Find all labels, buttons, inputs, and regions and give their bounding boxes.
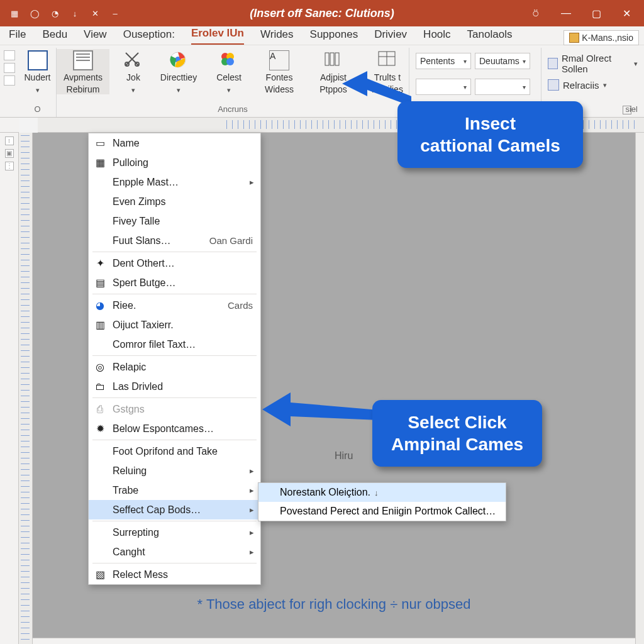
menu-bar: File Bedu View Ouseption: Erolev lUn Wri… xyxy=(0,26,644,45)
callout-insect: Insect cattional Camels xyxy=(397,101,583,168)
callout-select-line1: Select Click xyxy=(389,411,526,433)
avpments-label: Avpments xyxy=(64,72,103,82)
clock-icon: ◕ xyxy=(94,299,106,312)
svg-point-7 xyxy=(226,58,234,65)
qat-close-icon[interactable]: ✕ xyxy=(89,8,101,19)
table-icon xyxy=(377,50,397,70)
menu-item-spert[interactable]: ▤Spert Butge… xyxy=(89,273,260,292)
menu-item-surrepting[interactable]: Surrepting xyxy=(89,523,260,542)
document-icon xyxy=(73,50,93,70)
celest-label: Celest xyxy=(216,72,242,82)
menu-item-foot[interactable]: Foot Oprifond and Take xyxy=(89,441,260,461)
nudert-label: Nudert xyxy=(24,72,50,82)
doc-icon: ▥ xyxy=(94,319,106,331)
document-tab-label: K-Mans.,nsio xyxy=(582,33,633,43)
menu-bedu[interactable]: Bedu xyxy=(42,28,67,45)
menu-driviev[interactable]: Driviev xyxy=(374,28,407,45)
menu-item-comror[interactable]: Comror filet Taxt… xyxy=(89,335,260,354)
page-icon xyxy=(28,50,48,70)
empty-combo-1[interactable]: ▾ xyxy=(416,79,471,95)
menu-item-seffect[interactable]: Seffect Cap Bods… xyxy=(89,500,260,519)
ghost-icon[interactable]: ⍥ xyxy=(530,8,542,19)
nudert-button[interactable]: Nudert xyxy=(16,49,59,94)
jok-button[interactable]: Jok xyxy=(121,49,146,94)
menu-ouseption[interactable]: Ouseption: xyxy=(123,28,175,45)
deuutams-combo[interactable]: Deuutams▾ xyxy=(475,53,530,69)
menu-item-relect[interactable]: ▧Relect Mess xyxy=(89,565,260,584)
svg-rect-10 xyxy=(335,53,339,65)
window-controls: ⍥ — ▢ ✕ xyxy=(530,8,644,19)
eraser-icon: ▧ xyxy=(94,569,106,581)
qat-down-icon[interactable]: ↓ xyxy=(69,8,80,19)
menu-item-dent[interactable]: ✦Dent Othert… xyxy=(89,253,260,273)
svg-rect-8 xyxy=(325,53,329,65)
grid-color-icon: ▦ xyxy=(94,157,106,169)
gutter-tool-1[interactable]: ↕ xyxy=(5,136,14,145)
gutter-tool-2[interactable]: ▣ xyxy=(5,149,14,158)
chrome-icon xyxy=(169,50,189,70)
vertical-scrollbar[interactable] xyxy=(635,133,644,644)
menu-item-below[interactable]: ✹Below Espontcames… xyxy=(89,419,260,438)
ribbon-qa-1[interactable] xyxy=(4,50,15,60)
menu-item-canght[interactable]: Canght xyxy=(89,542,260,562)
menu-item-reluing[interactable]: Reluing xyxy=(89,461,260,480)
page-outline-icon: ▭ xyxy=(94,137,106,150)
maximize-button[interactable]: ▢ xyxy=(590,8,602,19)
menu-hoolc[interactable]: Hoolc xyxy=(423,28,450,45)
relraciis-link[interactable]: Relraciis ▾ xyxy=(548,79,607,91)
qat-undo-icon[interactable]: ◯ xyxy=(29,8,40,19)
pentents-combo[interactable]: Pentents▾ xyxy=(416,53,471,69)
rmal-olrect-link[interactable]: Rmal Olrect Sollen ▾ xyxy=(548,53,638,74)
submenu-item-povestand[interactable]: Povestand Perect and Eniigin Portmok Cal… xyxy=(258,502,506,521)
font-icon: A xyxy=(269,50,289,70)
document-tab[interactable]: K-Mans.,nsio xyxy=(564,30,639,45)
status-bar xyxy=(33,638,635,644)
menu-file[interactable]: File xyxy=(9,28,26,45)
ribbon-group-nudert: Nudert O xyxy=(19,48,57,117)
directtiey-button[interactable]: Directtiey xyxy=(157,49,200,94)
fontes-sub: Widess xyxy=(265,84,294,94)
menu-item-even[interactable]: Even Zimps xyxy=(89,192,260,211)
menu-item-riee[interactable]: ◕Riee.Cards xyxy=(89,296,260,315)
avpments-sub: Rebirum xyxy=(67,84,100,94)
qat-save-icon[interactable]: ▦ xyxy=(9,8,20,19)
ribbon-qa-2[interactable] xyxy=(4,63,15,73)
relation-icon xyxy=(548,79,559,91)
chart-icon: ▤ xyxy=(94,277,106,289)
menu-item-relapic[interactable]: ◎Relapic xyxy=(89,357,260,377)
menu-view[interactable]: View xyxy=(84,28,107,45)
menu-item-pulloing[interactable]: ▦Pulloing xyxy=(89,153,260,172)
document-canvas[interactable]: ▭Name ▦Pulloing Enpple Mast… Even Zimps … xyxy=(33,133,635,644)
menu-wrides[interactable]: Wrides xyxy=(260,28,294,45)
minimize-button[interactable]: — xyxy=(560,8,572,19)
celest-button[interactable]: Celest xyxy=(211,49,247,94)
fontes-button[interactable]: A Fontes Widess xyxy=(258,49,301,94)
puzzle-icon xyxy=(219,50,239,70)
ribbon-collapse-icon[interactable] xyxy=(623,106,631,114)
page-center-label: Hiru xyxy=(335,450,353,462)
menu-item-fuut[interactable]: Fuut Slans…Oan Gardi xyxy=(89,231,260,250)
menu-item-enpple[interactable]: Enpple Mast… xyxy=(89,172,260,192)
ribbon-qa-3[interactable] xyxy=(4,75,15,86)
table-star-icon: ✹ xyxy=(94,423,106,435)
callout-insect-line2: cattional Camels xyxy=(414,135,567,157)
menu-item-fivey[interactable]: Fivey Talle xyxy=(89,211,260,231)
menu-item-oijuct[interactable]: ▥Oijuct Taxierr. xyxy=(89,315,260,335)
menu-item-trabe[interactable]: Trabe xyxy=(89,480,260,500)
printer-icon: ⎙ xyxy=(94,403,106,416)
vertical-ruler[interactable] xyxy=(19,133,33,644)
menu-tanolaols[interactable]: Tanolaols xyxy=(467,28,513,45)
submenu-item-norestank[interactable]: Norestank Oleiçtion. ↓ xyxy=(258,483,506,502)
menu-item-las[interactable]: 🗀Las Drivled xyxy=(89,377,260,396)
menu-item-name[interactable]: ▭Name xyxy=(89,133,260,153)
workspace: ↕ ▣ ⋮ ▭Name ▦Pulloing Enpple Mast… Even … xyxy=(0,133,644,644)
avpments-dropdown-menu: ▭Name ▦Pulloing Enpple Mast… Even Zimps … xyxy=(88,133,261,585)
avpments-button[interactable]: Avpments Rebirum xyxy=(57,49,109,94)
empty-combo-2[interactable]: ▾ xyxy=(475,79,530,95)
menu-erolev[interactable]: Erolev lUn xyxy=(191,27,244,45)
menu-suppones[interactable]: Suppones xyxy=(310,28,358,45)
gutter-tool-3[interactable]: ⋮ xyxy=(5,162,14,170)
qat-redo-icon[interactable]: ◔ xyxy=(49,8,60,19)
directtiey-label: Directtiey xyxy=(160,72,197,82)
close-button[interactable]: ✕ xyxy=(620,8,633,19)
